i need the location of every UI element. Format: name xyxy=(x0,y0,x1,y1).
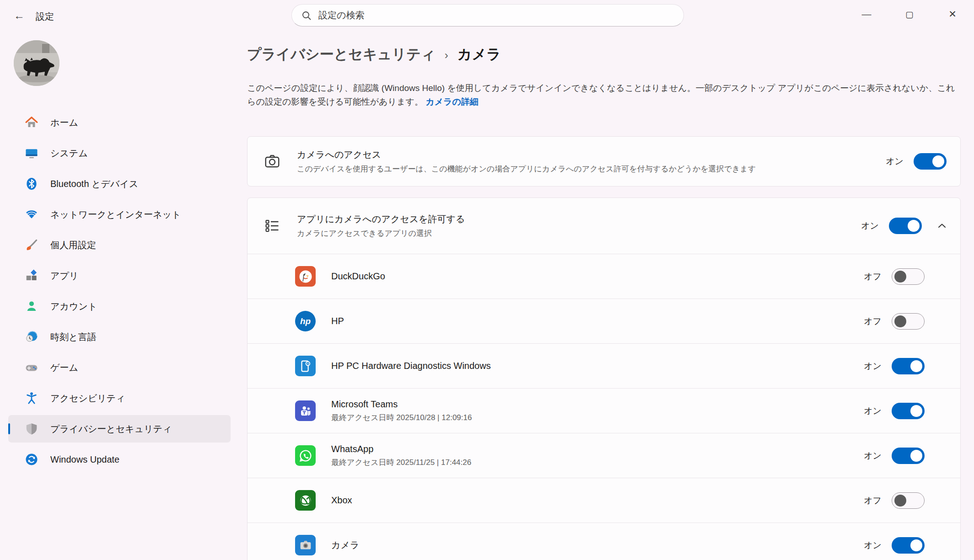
time-language-icon xyxy=(25,330,38,344)
back-arrow-icon: ← xyxy=(14,9,25,22)
back-button[interactable]: ← xyxy=(10,7,28,24)
sidebar-item-gaming[interactable]: ゲーム xyxy=(8,354,231,381)
gaming-controller-icon xyxy=(25,361,38,374)
camera-access-subtitle: このデバイスを使用するユーザーは、この機能がオンの場合アプリにカメラへのアクセス… xyxy=(297,164,886,174)
bluetooth-icon xyxy=(25,177,38,191)
sidebar-item-system[interactable]: システム xyxy=(8,139,231,167)
sidebar: ホーム システム Bluetooth とデバイス xyxy=(0,32,238,560)
app-last-access: 最終アクセス日時 2025/10/28 | 12:09:16 xyxy=(331,412,864,423)
apps-icon xyxy=(25,269,38,283)
camera-icon xyxy=(264,153,280,170)
app-row-windows-camera: カメラ オン xyxy=(248,523,960,560)
sidebar-item-accessibility[interactable]: アクセシビリティ xyxy=(8,384,231,412)
app-access-subtitle: カメラにアクセスできるアプリの選択 xyxy=(297,228,861,239)
sidebar-item-privacy-security[interactable]: プライバシーとセキュリティ xyxy=(8,415,231,443)
sidebar-item-label: システム xyxy=(50,147,88,160)
sidebar-item-time-language[interactable]: 時刻と言語 xyxy=(8,323,231,351)
breadcrumb: プライバシーとセキュリティ › カメラ xyxy=(247,45,501,64)
app-last-access: 最終アクセス日時 2025/11/25 | 17:44:26 xyxy=(331,457,864,468)
camera-details-link[interactable]: カメラの詳細 xyxy=(425,97,479,107)
breadcrumb-parent[interactable]: プライバシーとセキュリティ xyxy=(247,45,436,64)
sidebar-item-label: アプリ xyxy=(50,270,78,282)
whatsapp-icon xyxy=(295,445,316,466)
privacy-shield-icon xyxy=(25,422,38,436)
chevron-up-icon[interactable] xyxy=(936,219,948,232)
app-name: HP xyxy=(331,316,864,326)
app-toggle-xbox[interactable] xyxy=(892,492,925,509)
app-title: 設定 xyxy=(36,11,54,23)
app-name: Microsoft Teams xyxy=(331,399,864,410)
window-controls: — ▢ ✕ xyxy=(845,0,974,29)
maximize-button[interactable]: ▢ xyxy=(888,0,931,28)
app-row-xbox: Xbox オフ xyxy=(248,478,960,523)
page-description: このページの設定により、顔認識 (Windows Hello) を使用してカメラ… xyxy=(247,81,961,109)
sidebar-item-personalization[interactable]: 個人用設定 xyxy=(8,231,231,259)
sidebar-item-label: Bluetooth とデバイス xyxy=(50,178,138,190)
cat-photo xyxy=(14,40,59,86)
app-toggle-windows-camera[interactable] xyxy=(892,537,925,554)
windows-update-icon xyxy=(25,453,38,466)
accounts-icon xyxy=(25,299,38,313)
breadcrumb-separator-icon: › xyxy=(445,47,448,62)
accessibility-person-icon xyxy=(25,391,38,405)
xbox-icon xyxy=(295,490,316,511)
page-title: カメラ xyxy=(457,45,501,64)
app-toggle-microsoft-teams[interactable] xyxy=(892,403,925,419)
apps-list-icon xyxy=(264,218,280,234)
app-access-header[interactable]: アプリにカメラへのアクセスを許可する カメラにアクセスできるアプリの選択 オン xyxy=(248,198,960,254)
app-toggle-whatsapp[interactable] xyxy=(892,448,925,464)
sidebar-item-bluetooth-devices[interactable]: Bluetooth とデバイス xyxy=(8,170,231,197)
app-name: Xbox xyxy=(331,495,864,506)
sidebar-item-accounts[interactable]: アカウント xyxy=(8,293,231,320)
sidebar-item-label: 個人用設定 xyxy=(50,239,96,251)
app-name: DuckDuckGo xyxy=(331,271,864,282)
app-row-whatsapp: WhatsApp 最終アクセス日時 2025/11/25 | 17:44:26 … xyxy=(248,433,960,478)
app-name: カメラ xyxy=(331,539,864,551)
camera-access-card: カメラへのアクセス このデバイスを使用するユーザーは、この機能がオンの場合アプリ… xyxy=(247,136,961,187)
app-toggle-duckduckgo[interactable] xyxy=(892,268,925,285)
app-access-card: アプリにカメラへのアクセスを許可する カメラにアクセスできるアプリの選択 オン xyxy=(247,197,961,560)
app-state-label: オン xyxy=(864,405,882,417)
camera-access-title: カメラへのアクセス xyxy=(297,149,886,161)
network-wifi-icon xyxy=(25,208,38,221)
main-content: プライバシーとセキュリティ › カメラ このページの設定により、顔認識 (Win… xyxy=(247,32,961,560)
app-row-hp-diagnostics: HP PC Hardware Diagnostics Windows オン xyxy=(248,343,960,388)
titlebar: ← 設定 — ▢ ✕ xyxy=(0,0,974,32)
camera-access-toggle[interactable] xyxy=(914,153,947,170)
sidebar-item-label: アカウント xyxy=(50,300,97,313)
hp-diagnostics-icon xyxy=(295,356,316,376)
minimize-button[interactable]: — xyxy=(845,0,888,28)
app-name: WhatsApp xyxy=(331,444,864,454)
sidebar-item-label: ネットワークとインターネット xyxy=(50,208,181,221)
sidebar-item-apps[interactable]: アプリ xyxy=(8,262,231,289)
sidebar-nav: ホーム システム Bluetooth とデバイス xyxy=(8,109,231,476)
close-button[interactable]: ✕ xyxy=(931,0,974,28)
app-toggle-hp-diagnostics[interactable] xyxy=(892,358,925,374)
search-icon xyxy=(301,10,312,21)
user-avatar[interactable] xyxy=(14,40,59,86)
search-input[interactable] xyxy=(318,10,674,21)
settings-search-box[interactable] xyxy=(291,4,684,27)
app-name: HP PC Hardware Diagnostics Windows xyxy=(331,361,864,371)
app-row-microsoft-teams: Microsoft Teams 最終アクセス日時 2025/10/28 | 12… xyxy=(248,388,960,433)
home-icon xyxy=(25,116,38,129)
sidebar-item-label: 時刻と言語 xyxy=(50,331,96,343)
sidebar-item-label: アクセシビリティ xyxy=(50,392,125,405)
windows-camera-icon xyxy=(295,535,316,555)
app-toggle-hp[interactable] xyxy=(892,313,925,330)
app-state-label: オン xyxy=(864,539,882,551)
system-icon xyxy=(25,146,38,160)
app-access-title: アプリにカメラへのアクセスを許可する xyxy=(297,213,861,225)
app-state-label: オン xyxy=(864,450,882,462)
app-state-label: オフ xyxy=(864,315,882,327)
hp-icon: hp xyxy=(295,311,316,331)
app-access-state-label: オン xyxy=(861,220,879,232)
sidebar-item-label: ゲーム xyxy=(50,362,78,374)
sidebar-item-home[interactable]: ホーム xyxy=(8,109,231,136)
sidebar-item-windows-update[interactable]: Windows Update xyxy=(8,446,231,473)
duckduckgo-icon xyxy=(295,266,316,287)
app-access-toggle[interactable] xyxy=(889,218,922,234)
sidebar-item-label: Windows Update xyxy=(50,454,119,465)
sidebar-item-network-internet[interactable]: ネットワークとインターネット xyxy=(8,201,231,228)
app-row-duckduckgo: DuckDuckGo オフ xyxy=(248,254,960,299)
